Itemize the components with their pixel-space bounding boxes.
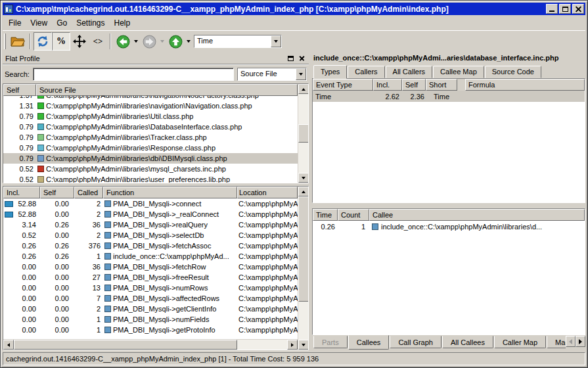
search-input[interactable] (33, 68, 234, 81)
menu-item[interactable]: File (4, 17, 26, 29)
source-file-row[interactable]: 0.52 C:\xampp\phpMyAdmin\libraries\mysql… (3, 164, 298, 174)
column-header-function[interactable]: Function (103, 187, 237, 198)
up-button[interactable] (166, 32, 185, 51)
up-history-dropdown[interactable] (185, 32, 192, 51)
menu-item[interactable]: View (26, 17, 52, 29)
column-header-called[interactable]: Called (74, 187, 103, 198)
function-row[interactable]: 0.26 0.26 376 PMA_DBI_Mysqli->fetchAssoc… (3, 241, 298, 251)
close-button[interactable] (572, 4, 584, 14)
column-header-location[interactable]: Location (237, 187, 298, 198)
source-file-row[interactable]: 1.37 C:\xampp\phpMyAdmin\libraries\navig… (3, 96, 298, 101)
function-row[interactable]: 52.88 0.00 2 PMA_DBI_Mysqli->_realConnec… (3, 209, 298, 219)
callees-table: Time Count Callee 0.26 1 include_once::C… (312, 208, 585, 335)
panel-tab[interactable]: Callees (348, 335, 390, 350)
grouping-combobox[interactable]: Source File (237, 68, 307, 81)
function-icon (104, 306, 111, 312)
source-table-vscrollbar[interactable] (298, 84, 308, 183)
column-header-self[interactable]: Self (3, 84, 36, 96)
tab-scroll-right-button[interactable] (576, 336, 585, 347)
function-row[interactable]: 52.88 0.00 2 PMA_DBI_Mysqli->connect C:\… (3, 198, 298, 209)
panel-tab[interactable]: Parts (313, 336, 348, 348)
source-file-row[interactable]: 1.31 C:\xampp\phpMyAdmin\libraries\navig… (3, 101, 298, 111)
relative-percent-button[interactable]: % (52, 32, 70, 51)
open-file-button[interactable] (9, 32, 27, 51)
scroll-right-button[interactable] (287, 340, 298, 350)
source-file-row[interactable]: 0.79 C:\xampp\phpMyAdmin\libraries\Track… (3, 132, 298, 143)
panel-tab[interactable]: Types (313, 65, 347, 79)
menu-item[interactable]: Help (110, 17, 135, 29)
source-file-row[interactable]: 0.79 C:\xampp\phpMyAdmin\libraries\Respo… (3, 143, 298, 153)
scroll-track[interactable] (298, 94, 308, 124)
title-bar[interactable]: C:\xampp\tmp\cachegrind.out.1416463299-C… (3, 3, 585, 15)
function-row[interactable]: 0.52 0.00 2 PMA_DBI_Mysqli->selectDb C:\… (3, 230, 298, 241)
combo-dropdown-button[interactable] (296, 68, 306, 80)
column-header-event-type[interactable]: Event Type (313, 79, 373, 91)
scroll-thumb[interactable] (14, 340, 237, 350)
back-history-dropdown[interactable] (132, 32, 140, 51)
panel-tab[interactable]: Source Code (485, 66, 541, 78)
column-header-source-file[interactable]: Source File (36, 84, 298, 96)
detail-splitter[interactable] (312, 203, 585, 208)
function-row[interactable]: 0.00 0.00 1 PMA_DBI_Mysqli->getProtoInfo… (3, 325, 298, 335)
toolbar-handle[interactable] (4, 34, 6, 49)
menu-item[interactable]: Settings (72, 17, 109, 29)
panel-tab[interactable]: Caller Map (494, 336, 546, 348)
column-header-incl[interactable]: Incl. (373, 79, 402, 91)
panel-tab[interactable]: All Callers (386, 66, 433, 78)
menu-item[interactable]: Go (52, 17, 72, 29)
dock-float-button[interactable] (286, 54, 295, 62)
event-type-row[interactable]: Time 2.62 2.36 Time (313, 91, 585, 102)
column-header-count[interactable]: Count (338, 209, 369, 221)
dock-close-button[interactable] (297, 54, 306, 62)
shorten-templates-button[interactable]: <> (89, 32, 107, 51)
scroll-thumb[interactable] (298, 124, 308, 143)
function-row[interactable]: 0.00 0.00 1 PMA_DBI_Mysqli->numFields C:… (3, 314, 298, 325)
function-row[interactable]: 3.14 0.26 36 PMA_DBI_Mysqli->realQuery C… (3, 219, 298, 230)
column-header-self[interactable]: Self (402, 79, 426, 91)
function-table-vscrollbar[interactable] (298, 187, 308, 350)
panel-tab[interactable]: Call Graph (390, 336, 441, 348)
column-header-incl[interactable]: Incl. (3, 187, 40, 198)
panel-tab[interactable]: Callee Map (433, 66, 484, 78)
scroll-left-button[interactable] (3, 340, 14, 350)
combo-dropdown-button[interactable] (271, 35, 281, 47)
scroll-up-button[interactable] (298, 84, 308, 94)
panel-tab[interactable]: All Callees (442, 336, 493, 348)
event-type-combobox[interactable]: Time (194, 35, 282, 48)
event-types-body: Time 2.62 2.36 Time (313, 91, 585, 202)
source-file-row[interactable]: 0.79 C:\xampp\phpMyAdmin\libraries\dbi\D… (3, 153, 298, 164)
scroll-down-button[interactable] (298, 340, 308, 350)
column-header-short[interactable]: Short (426, 79, 457, 91)
function-row[interactable]: 0.00 0.00 27 PMA_DBI_Mysqli->freeResult … (3, 272, 298, 283)
column-header-self[interactable]: Self (40, 187, 74, 198)
dock-title-bar[interactable]: Flat Profile (3, 53, 309, 64)
column-header-callee[interactable]: Callee (369, 209, 585, 221)
source-file-row[interactable]: 0.79 C:\xampp\phpMyAdmin\libraries\Datab… (3, 122, 298, 132)
source-file-row[interactable]: 0.52 C:\xampp\phpMyAdmin\libraries\user_… (3, 174, 298, 183)
column-header-time[interactable]: Time (313, 209, 338, 221)
scroll-up-button[interactable] (298, 187, 308, 196)
function-row[interactable]: 0.00 0.00 13 PMA_DBI_Mysqli->numRows C:\… (3, 283, 298, 293)
function-row[interactable]: 0.26 0.26 1 include_once::C:\xampp\phpMy… (3, 251, 298, 262)
scroll-track[interactable] (237, 340, 287, 350)
cycle-detection-button[interactable] (34, 32, 52, 51)
scroll-thumb[interactable] (298, 196, 308, 302)
function-table: Incl. Self Called Function Location 52.8… (3, 186, 309, 350)
panel-tab[interactable]: Callers (348, 66, 384, 78)
scroll-down-button[interactable] (298, 173, 308, 183)
function-table-hscrollbar[interactable] (3, 339, 298, 350)
function-icon (104, 232, 111, 239)
panel-tab[interactable]: Machine (547, 336, 566, 348)
column-header-formula[interactable]: Formula (465, 79, 585, 91)
function-row[interactable]: 0.00 0.00 36 PMA_DBI_Mysqli->fetchRow C:… (3, 262, 298, 272)
callee-row[interactable]: 0.26 1 include_once::C:\xampp\phpMyAdmin… (313, 221, 585, 232)
function-row[interactable]: 0.00 0.00 7 PMA_DBI_Mysqli->affectedRows… (3, 293, 298, 304)
scroll-track[interactable] (298, 143, 308, 173)
back-button[interactable] (114, 32, 132, 51)
maximize-button[interactable] (559, 4, 571, 14)
function-row[interactable]: 0.00 0.00 2 PMA_DBI_Mysqli->getClientInf… (3, 304, 298, 314)
source-file-row[interactable]: 0.79 C:\xampp\phpMyAdmin\libraries\Util.… (3, 111, 298, 122)
minimize-button[interactable] (546, 4, 558, 14)
relative-to-parent-button[interactable] (70, 32, 89, 51)
scroll-track[interactable] (298, 302, 308, 340)
